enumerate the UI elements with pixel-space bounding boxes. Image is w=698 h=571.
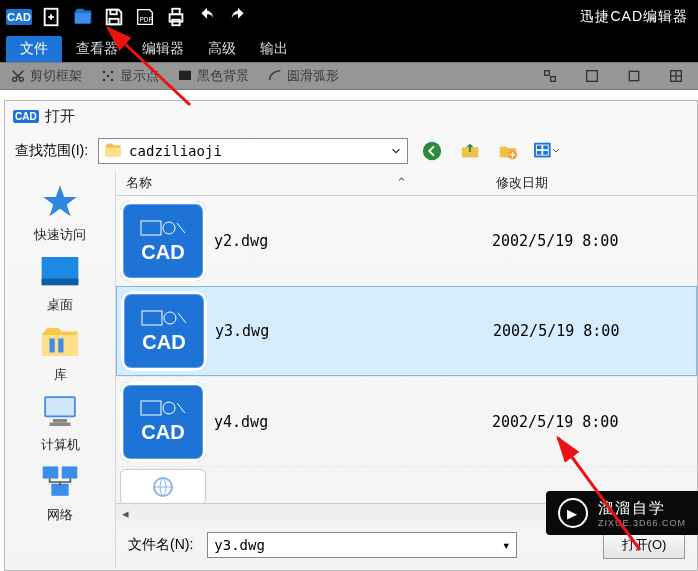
nav-viewmenu-icon[interactable]	[532, 140, 560, 162]
svg-rect-29	[543, 146, 548, 150]
watermark-overlay: ▶ 溜溜自学 ZIXUE.3D66.COM	[546, 491, 698, 535]
tab-editor[interactable]: 编辑器	[132, 36, 194, 62]
svg-point-44	[163, 222, 175, 234]
cut-frame-button[interactable]: 剪切框架	[10, 67, 82, 85]
svg-rect-40	[43, 466, 59, 478]
save-icon[interactable]	[103, 6, 125, 28]
col-date[interactable]: 修改日期	[486, 174, 697, 192]
watermark-text: 溜溜自学	[598, 499, 666, 516]
print-icon[interactable]	[165, 6, 187, 28]
undo-icon[interactable]	[196, 6, 218, 28]
misc-tool-1[interactable]	[538, 68, 562, 84]
svg-rect-43	[141, 221, 161, 235]
svg-point-24	[423, 142, 441, 160]
col-name[interactable]: 名称	[116, 174, 486, 192]
tab-viewer[interactable]: 查看器	[66, 36, 128, 62]
svg-rect-7	[172, 9, 179, 15]
svg-rect-37	[46, 398, 74, 416]
filename-combo[interactable]: y3.dwg ▾	[207, 532, 517, 558]
svg-rect-35	[58, 339, 63, 353]
place-desktop[interactable]: 桌面	[5, 250, 115, 314]
svg-rect-41	[62, 466, 78, 478]
svg-rect-3	[109, 19, 118, 25]
open-button[interactable]: 打开(O)	[603, 531, 685, 559]
svg-rect-4	[110, 10, 116, 15]
ribbon-tabs: 文件 查看器 编辑器 高级 输出	[0, 34, 698, 62]
svg-rect-30	[543, 151, 548, 155]
places-bar: 快速访问 桌面 库 计算机 网络	[5, 170, 115, 569]
tab-advanced[interactable]: 高级	[198, 36, 246, 62]
svg-rect-19	[587, 71, 598, 82]
app-title: 迅捷CAD编辑器	[580, 8, 692, 26]
save-pdf-icon[interactable]: PDF	[134, 6, 156, 28]
lookin-combo[interactable]: cadziliaoji	[98, 138, 408, 164]
file-row[interactable]: CAD y2.dwg 2002/5/19 8:00	[116, 196, 697, 286]
place-libraries[interactable]: 库	[5, 320, 115, 384]
column-headers[interactable]: 名称 ⌃ 修改日期	[116, 170, 697, 196]
nav-up-icon[interactable]	[456, 140, 484, 162]
misc-tool-3[interactable]	[622, 68, 646, 84]
redo-icon[interactable]	[227, 6, 249, 28]
smooth-arc-label: 圆滑弧形	[287, 67, 339, 85]
dialog-title: 打开	[45, 107, 75, 126]
file-thumbnail-generic	[120, 469, 206, 504]
svg-point-15	[107, 75, 110, 78]
file-row-selected[interactable]: CAD y3.dwg 2002/5/19 8:00	[116, 286, 697, 376]
file-list[interactable]: CAD y2.dwg 2002/5/19 8:00 CAD y3.dwg 200…	[116, 196, 697, 503]
svg-rect-45	[142, 311, 162, 325]
smooth-arc-button[interactable]: 圆滑弧形	[267, 67, 339, 85]
lookin-row: 查找范围(I): cadziliaoji	[5, 132, 697, 170]
chevron-down-icon	[389, 144, 403, 158]
svg-point-46	[164, 312, 176, 324]
quick-access-toolbar: CAD PDF 迅捷CAD编辑器	[0, 0, 698, 34]
open-folder-icon[interactable]	[72, 6, 94, 28]
place-quick[interactable]: 快速访问	[5, 180, 115, 244]
black-bg-label: 黑色背景	[197, 67, 249, 85]
lookin-label: 查找范围(I):	[15, 142, 88, 160]
tool-strip: 剪切框架 显示点 黑色背景 圆滑弧形	[0, 62, 698, 90]
app-logo: CAD	[6, 9, 32, 25]
dialog-titlebar: CAD 打开	[5, 101, 697, 132]
place-computer[interactable]: 计算机	[5, 390, 115, 454]
svg-point-14	[111, 79, 114, 82]
svg-rect-27	[537, 146, 542, 150]
svg-rect-17	[545, 71, 550, 76]
watermark-sub: ZIXUE.3D66.COM	[598, 518, 686, 528]
svg-point-11	[103, 71, 106, 74]
misc-tool-4[interactable]	[664, 68, 688, 84]
filename-label: 文件名(N):	[128, 536, 193, 554]
file-thumbnail: CAD	[120, 201, 206, 281]
chevron-down-icon: ▾	[502, 537, 510, 553]
svg-point-12	[111, 71, 114, 74]
misc-tool-2[interactable]	[580, 68, 604, 84]
tab-output[interactable]: 输出	[250, 36, 298, 62]
file-thumbnail: CAD	[120, 382, 206, 462]
svg-rect-39	[50, 423, 71, 427]
cut-frame-label: 剪切框架	[30, 67, 82, 85]
scroll-left-icon[interactable]: ◂	[116, 505, 134, 521]
file-thumbnail: CAD	[121, 291, 207, 371]
svg-rect-16	[179, 71, 191, 80]
svg-rect-28	[537, 151, 542, 155]
black-bg-button[interactable]: 黑色背景	[177, 67, 249, 85]
place-network[interactable]: 网络	[5, 460, 115, 524]
nav-back-icon[interactable]	[418, 140, 446, 162]
sort-indicator-icon: ⌃	[396, 175, 407, 190]
play-icon: ▶	[558, 498, 588, 528]
svg-rect-18	[551, 77, 556, 82]
show-points-button[interactable]: 显示点	[100, 67, 159, 85]
nav-newfolder-icon[interactable]	[494, 140, 522, 162]
new-file-icon[interactable]	[41, 6, 63, 28]
show-points-label: 显示点	[120, 67, 159, 85]
lookin-folder: cadziliaoji	[129, 143, 383, 159]
svg-point-13	[103, 79, 106, 82]
svg-rect-32	[42, 279, 79, 286]
svg-rect-20	[629, 71, 638, 80]
tab-file[interactable]: 文件	[6, 36, 62, 62]
svg-rect-47	[141, 401, 161, 415]
file-row[interactable]: CAD y4.dwg 2002/5/19 8:00	[116, 376, 697, 466]
svg-rect-34	[50, 339, 55, 353]
svg-rect-42	[51, 484, 68, 496]
dialog-logo: CAD	[13, 110, 39, 123]
svg-rect-38	[53, 419, 67, 423]
